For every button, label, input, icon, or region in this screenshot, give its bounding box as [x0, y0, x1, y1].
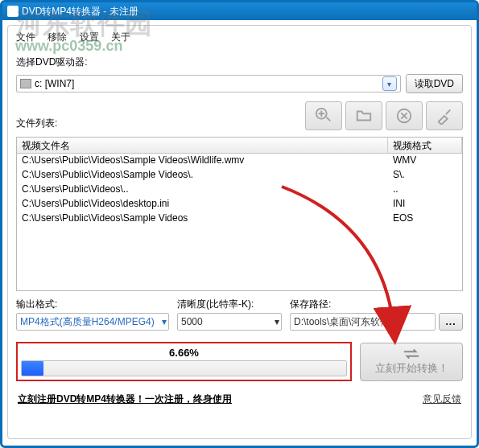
cell-path: C:\Users\Public\Videos\Sample Videos\Wil…	[17, 154, 388, 168]
table-row[interactable]: C:\Users\Public\Videos\....	[17, 183, 462, 197]
drive-label: 选择DVD驱动器:	[8, 49, 471, 72]
file-list[interactable]: 视频文件名 视频格式 C:\Users\Public\Videos\Sample…	[16, 137, 463, 291]
filelist-header: 视频文件名 视频格式	[17, 138, 462, 154]
menu-remove[interactable]: 移除	[47, 31, 67, 43]
output-format-label: 输出格式:	[16, 298, 169, 311]
cell-path: C:\Users\Public\Videos\desktop.ini	[17, 197, 388, 212]
menubar: 文件 移除 设置 关于	[8, 26, 471, 49]
table-row[interactable]: C:\Users\Public\Videos\Sample Videos\.S\…	[17, 168, 462, 183]
start-convert-button[interactable]: 立刻开始转换！	[360, 343, 463, 381]
chevron-down-icon[interactable]: ▾	[275, 316, 279, 327]
chevron-down-icon[interactable]: ▾	[382, 76, 397, 91]
col-header-name[interactable]: 视频文件名	[17, 138, 388, 153]
drive-value: c: [WIN7]	[35, 78, 74, 89]
output-format-value: MP4格式(高质量H264/MPEG4)	[20, 315, 155, 329]
drive-select[interactable]: c: [WIN7] ▾	[16, 75, 401, 92]
save-path-input[interactable]: D:\tools\桌面\河东软件园\	[290, 313, 436, 331]
register-link[interactable]: 立刻注册DVD转MP4转换器！一次注册，终身使用	[18, 393, 232, 406]
clear-list-button[interactable]	[426, 101, 463, 130]
bitrate-label: 清晰度(比特率-K):	[177, 298, 282, 311]
remove-file-button[interactable]	[386, 101, 423, 130]
table-row[interactable]: C:\Users\Public\Videos\desktop.iniINI	[17, 197, 462, 212]
plus-circle-arrow-icon	[315, 107, 332, 125]
filelist-label: 文件列表:	[8, 110, 297, 134]
cell-path: C:\Users\Public\Videos\Sample Videos\.	[17, 168, 388, 183]
app-icon	[7, 6, 19, 17]
table-row[interactable]: C:\Users\Public\Videos\Sample Videos\Wil…	[17, 154, 462, 168]
cell-path: C:\Users\Public\Videos\..	[17, 183, 388, 197]
browse-button[interactable]: ...	[439, 313, 463, 331]
cell-format: ..	[388, 183, 462, 197]
progress-bar	[21, 360, 347, 376]
feedback-link[interactable]: 意见反馈	[423, 393, 461, 406]
cell-format: WMV	[388, 154, 462, 168]
convert-arrows-icon	[403, 348, 420, 360]
save-path-value: D:\tools\桌面\河东软件园\	[294, 315, 403, 329]
table-row[interactable]: C:\Users\Public\Videos\Sample VideosEOS	[17, 212, 462, 226]
menu-settings[interactable]: 设置	[80, 31, 99, 43]
progress-fill	[22, 361, 43, 376]
hdd-icon	[20, 79, 31, 88]
start-label: 立刻开始转换！	[375, 361, 448, 376]
progress-container: 6.66%	[16, 342, 352, 381]
menu-file[interactable]: 文件	[16, 31, 35, 43]
menu-about[interactable]: 关于	[111, 31, 130, 43]
titlebar: DVD转MP4转换器 - 未注册	[2, 2, 477, 20]
add-file-button[interactable]	[305, 101, 342, 130]
bitrate-value: 5000	[181, 316, 203, 327]
folder-icon	[355, 107, 373, 125]
x-circle-icon	[395, 107, 413, 125]
cell-format: S\.	[388, 168, 462, 183]
add-folder-button[interactable]	[345, 101, 382, 130]
chevron-down-icon[interactable]: ▾	[162, 316, 167, 327]
col-header-format[interactable]: 视频格式	[388, 138, 462, 153]
cell-format: EOS	[388, 212, 462, 226]
cell-path: C:\Users\Public\Videos\Sample Videos	[17, 212, 388, 226]
output-format-select[interactable]: MP4格式(高质量H264/MPEG4) ▾	[16, 313, 169, 331]
bitrate-select[interactable]: 5000 ▾	[177, 313, 282, 331]
window-title: DVD转MP4转换器 - 未注册	[22, 5, 138, 18]
progress-percent: 6.66%	[21, 345, 347, 360]
read-dvd-button[interactable]: 读取DVD	[406, 74, 463, 93]
save-path-label: 保存路径:	[290, 298, 463, 311]
broom-icon	[436, 107, 453, 125]
cell-format: INI	[388, 197, 462, 212]
